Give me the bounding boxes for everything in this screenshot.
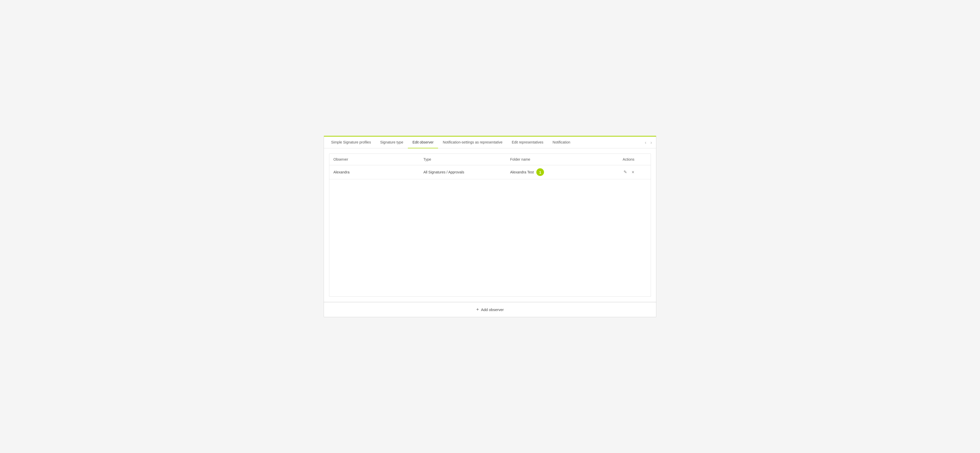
- tab-notification-settings[interactable]: Notification-settings as representative: [438, 137, 507, 148]
- col-header-observer: Observer: [329, 154, 419, 165]
- table-row: Alexandra All Signatures / Approvals Ale…: [329, 165, 651, 179]
- col-header-folder-name: Folder name: [506, 154, 619, 165]
- tab-bar: Simple Signature profiles Signature type…: [324, 137, 656, 148]
- table-footer: + Add observer: [324, 302, 656, 317]
- observers-table-wrapper: Observer Type Folder name Actions Alexan…: [329, 154, 651, 297]
- col-header-actions: Actions: [619, 154, 651, 165]
- delete-button[interactable]: [630, 169, 635, 175]
- folder-with-badge: Alexandra Test 1: [510, 168, 615, 176]
- observers-table: Observer Type Folder name Actions Alexan…: [329, 154, 651, 179]
- tab-prev-button[interactable]: ‹: [643, 139, 648, 146]
- tab-navigation: ‹ ›: [643, 139, 654, 146]
- observer-type-cell: All Signatures / Approvals: [419, 165, 506, 179]
- observer-name-cell: Alexandra: [329, 165, 419, 179]
- plus-icon: +: [476, 307, 479, 312]
- tab-signature-type[interactable]: Signature type: [375, 137, 408, 148]
- tab-simple-signature-profiles[interactable]: Simple Signature profiles: [326, 137, 375, 148]
- tab-edit-representatives[interactable]: Edit representatives: [507, 137, 548, 148]
- folder-name-text: Alexandra Test: [510, 170, 534, 174]
- close-icon: [632, 170, 634, 175]
- tab-notification[interactable]: Notification: [548, 137, 575, 148]
- add-observer-label: Add observer: [481, 307, 504, 312]
- edit-button[interactable]: [622, 169, 628, 175]
- count-badge: 1: [536, 168, 544, 176]
- action-buttons-group: [622, 169, 647, 175]
- main-container: Simple Signature profiles Signature type…: [324, 136, 656, 317]
- observer-actions-cell: [619, 165, 651, 179]
- table-header-row: Observer Type Folder name Actions: [329, 154, 651, 165]
- tab-edit-observer[interactable]: Edit observer: [408, 137, 438, 148]
- col-header-type: Type: [419, 154, 506, 165]
- tab-next-button[interactable]: ›: [649, 139, 654, 146]
- observer-folder-cell: Alexandra Test 1: [506, 165, 619, 179]
- add-observer-button[interactable]: + Add observer: [324, 302, 656, 317]
- edit-icon: [624, 170, 627, 174]
- main-content-area: Observer Type Folder name Actions Alexan…: [324, 148, 656, 302]
